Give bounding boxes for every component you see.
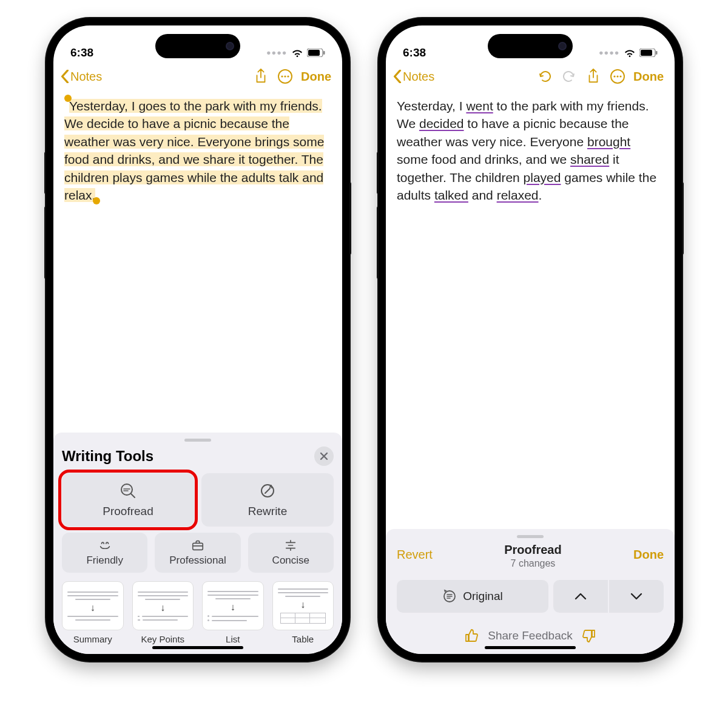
selection-start-handle[interactable] — [64, 95, 72, 102]
back-button[interactable]: Notes — [393, 70, 434, 84]
svg-rect-1 — [308, 50, 320, 56]
svg-rect-2 — [323, 51, 325, 55]
ellipsis-circle-icon — [610, 69, 625, 84]
screen-left: 6:38 •••• Notes Done Yesterday, I goes t… — [53, 25, 342, 654]
svg-rect-9 — [193, 543, 203, 550]
original-label: Original — [463, 590, 502, 603]
share-button[interactable] — [250, 66, 272, 87]
svg-rect-11 — [641, 50, 652, 56]
chevron-left-icon — [393, 70, 402, 83]
correction-word[interactable]: relaxed — [497, 188, 539, 202]
proofread-title: Proofread — [504, 543, 561, 557]
rewrite-button[interactable]: Rewrite — [201, 473, 334, 527]
arrow-down-icon: ↓ — [90, 602, 95, 613]
svg-point-14 — [613, 75, 615, 77]
back-label: Notes — [70, 70, 102, 84]
correction-word[interactable]: talked — [434, 188, 468, 202]
keypoints-card[interactable]: ↓ Key Points — [132, 581, 194, 644]
table-card[interactable]: ↓ Table — [272, 581, 334, 644]
correction-word[interactable]: brought — [587, 135, 630, 149]
note-body[interactable]: Yesterday, I goes to the park with my fr… — [53, 91, 342, 433]
table-label: Table — [292, 634, 314, 644]
close-icon — [320, 452, 328, 460]
correction-word[interactable]: played — [524, 170, 561, 184]
correction-word[interactable]: shared — [570, 152, 609, 166]
sheet-grabber[interactable] — [517, 535, 544, 538]
back-label: Notes — [403, 70, 434, 84]
share-feedback-row: Share Feedback — [397, 628, 664, 643]
list-card[interactable]: ↓ List — [202, 581, 264, 644]
share-icon — [254, 69, 268, 84]
more-button[interactable] — [607, 66, 629, 87]
rewrite-label: Rewrite — [248, 505, 287, 518]
sheet-grabber[interactable] — [184, 439, 211, 442]
wifi-icon — [291, 48, 303, 58]
battery-icon — [307, 49, 325, 57]
original-toggle[interactable]: Original — [397, 580, 548, 613]
concise-button[interactable]: Concise — [248, 533, 334, 573]
home-indicator[interactable] — [485, 646, 576, 649]
nav-bar: Notes Done — [386, 62, 675, 91]
svg-point-6 — [287, 75, 289, 77]
home-indicator[interactable] — [152, 646, 243, 649]
concise-label: Concise — [272, 554, 309, 567]
professional-button[interactable]: Professional — [155, 533, 240, 573]
done-button[interactable]: Done — [301, 70, 331, 84]
rewrite-icon — [258, 482, 277, 500]
svg-rect-12 — [656, 51, 658, 55]
thumbs-up-icon[interactable] — [465, 628, 479, 643]
correction-word[interactable]: went — [466, 99, 493, 113]
cellular-dots-icon: •••• — [266, 46, 288, 59]
revert-button[interactable]: Revert — [397, 543, 433, 562]
list-label: List — [226, 634, 240, 644]
original-icon — [442, 589, 457, 604]
undo-button[interactable] — [534, 66, 556, 87]
selected-text[interactable]: Yesterday, I goes to the park with my fr… — [64, 99, 324, 202]
changes-count: 7 changes — [504, 558, 561, 569]
share-button[interactable] — [582, 66, 604, 87]
sheet-title: Writing Tools — [62, 448, 153, 465]
chevron-up-icon — [575, 592, 587, 601]
dynamic-island — [488, 34, 573, 58]
proofread-icon — [119, 482, 137, 500]
arrow-down-icon: ↓ — [231, 602, 235, 613]
proofread-result-sheet: Revert Proofread 7 changes Done Original — [386, 529, 675, 654]
proofread-label: Proofread — [103, 505, 153, 518]
done-button[interactable]: Done — [633, 70, 664, 84]
professional-label: Professional — [169, 554, 226, 567]
sheet-done-button[interactable]: Done — [633, 543, 664, 562]
battery-icon — [639, 49, 658, 57]
status-time: 6:38 — [403, 46, 426, 59]
more-button[interactable] — [274, 66, 296, 87]
screen-right: 6:38 •••• Notes — [386, 25, 675, 654]
nav-bar: Notes Done — [53, 62, 342, 91]
arrow-down-icon: ↓ — [160, 602, 165, 613]
summary-card[interactable]: ↓ Summary — [62, 581, 124, 644]
share-icon — [587, 69, 600, 84]
svg-point-4 — [281, 75, 283, 77]
svg-point-16 — [619, 75, 621, 77]
proofread-button[interactable]: Proofread — [62, 473, 194, 527]
chevron-down-icon — [630, 592, 642, 601]
prev-change-button[interactable] — [553, 580, 608, 613]
share-feedback-label[interactable]: Share Feedback — [488, 629, 572, 642]
note-body[interactable]: Yesterday, I went to the park with my fr… — [386, 91, 675, 529]
friendly-label: Friendly — [86, 554, 123, 567]
wifi-icon — [624, 48, 636, 58]
redo-button — [558, 66, 580, 87]
selection-end-handle[interactable] — [93, 197, 100, 204]
chevron-left-icon — [61, 70, 69, 83]
keypoints-label: Key Points — [141, 634, 184, 644]
undo-icon — [538, 69, 552, 84]
arrow-down-icon: ↓ — [300, 599, 305, 610]
svg-point-15 — [616, 75, 618, 77]
writing-tools-sheet: Writing Tools Proofread Rewrite Fri — [53, 433, 342, 654]
thumbs-down-icon[interactable] — [581, 628, 596, 643]
back-button[interactable]: Notes — [61, 70, 102, 84]
correction-word[interactable]: decided — [419, 116, 464, 130]
redo-icon — [562, 69, 576, 84]
friendly-button[interactable]: Friendly — [62, 533, 147, 573]
concise-icon — [284, 539, 297, 552]
next-change-button[interactable] — [609, 580, 664, 613]
close-button[interactable] — [314, 446, 334, 466]
